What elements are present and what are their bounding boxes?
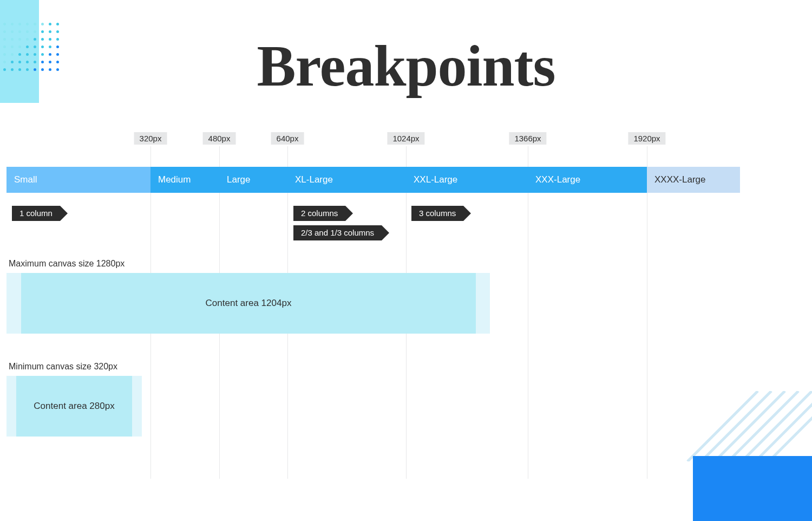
breakpoint-xxl: XXL-Large xyxy=(406,167,528,193)
breakpoint-xl: XL-Large xyxy=(287,167,406,193)
tag-2-3-1-3: 2/3 and 1/3 columns xyxy=(293,225,382,240)
breakpoint-xxxl: XXX-Large xyxy=(528,167,647,193)
max-canvas-inner: Content area 1204px xyxy=(21,273,476,334)
label-min-canvas: Minimum canvas size 320px xyxy=(9,362,117,372)
tag-3-columns: 3 columns xyxy=(411,206,463,221)
breakpoint-xxxxl: XXXX-Large xyxy=(647,167,740,193)
marker-480: 480px xyxy=(203,132,236,145)
vline-1920 xyxy=(647,146,647,479)
svg-line-5 xyxy=(755,391,812,461)
breakpoint-large: Large xyxy=(219,167,287,193)
svg-line-4 xyxy=(742,391,812,461)
breakpoint-medium: Medium xyxy=(150,167,219,193)
tag-1-column: 1 column xyxy=(12,206,60,221)
breakpoints-diagram: 320px 480px 640px 1024px 1366px 1920px S… xyxy=(6,132,740,479)
vline-1366 xyxy=(528,146,528,479)
marker-1024: 1024px xyxy=(387,132,424,145)
marker-640: 640px xyxy=(271,132,304,145)
marker-320: 320px xyxy=(134,132,167,145)
marker-1920: 1920px xyxy=(628,132,665,145)
tag-2-columns: 2 columns xyxy=(293,206,345,221)
label-max-canvas: Maximum canvas size 1280px xyxy=(9,259,125,269)
marker-1366: 1366px xyxy=(509,132,546,145)
min-canvas-inner: Content area 280px xyxy=(16,376,132,437)
page-title: Breakpoints xyxy=(0,32,812,100)
breakpoint-small: Small xyxy=(6,167,150,193)
svg-line-6 xyxy=(769,391,812,461)
